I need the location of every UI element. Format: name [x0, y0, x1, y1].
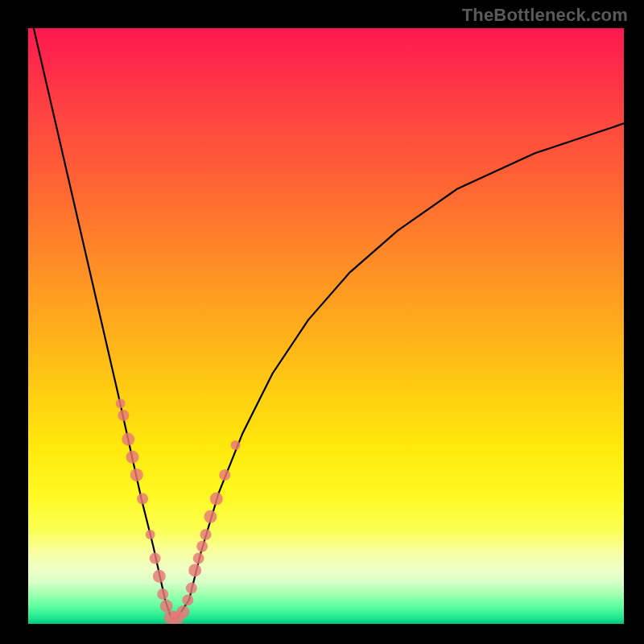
data-marker — [210, 493, 223, 506]
bottleneck-curve — [28, 28, 624, 618]
data-marker — [188, 564, 201, 576]
data-marker — [146, 530, 155, 539]
data-marker — [186, 583, 197, 594]
marker-group — [116, 398, 241, 624]
plot-area — [28, 28, 624, 624]
data-marker — [231, 440, 241, 450]
chart-container: TheBottleneck.com — [0, 0, 644, 644]
data-marker — [153, 570, 166, 583]
chart-overlay — [28, 28, 624, 624]
data-marker — [122, 433, 134, 446]
data-marker — [196, 541, 208, 552]
data-marker — [176, 605, 189, 618]
watermark-label: TheBottleneck.com — [462, 5, 628, 26]
data-marker — [157, 588, 168, 600]
data-marker — [160, 600, 173, 613]
data-marker — [204, 510, 217, 523]
data-marker — [219, 469, 230, 481]
data-marker — [137, 493, 148, 505]
data-marker — [126, 451, 139, 464]
data-marker — [182, 594, 193, 605]
data-marker — [118, 410, 129, 421]
data-marker — [130, 469, 143, 481]
data-marker — [164, 611, 179, 624]
data-marker — [150, 553, 161, 564]
data-marker — [200, 529, 212, 540]
data-marker — [193, 553, 204, 564]
data-marker — [116, 398, 126, 408]
data-marker — [170, 611, 184, 624]
